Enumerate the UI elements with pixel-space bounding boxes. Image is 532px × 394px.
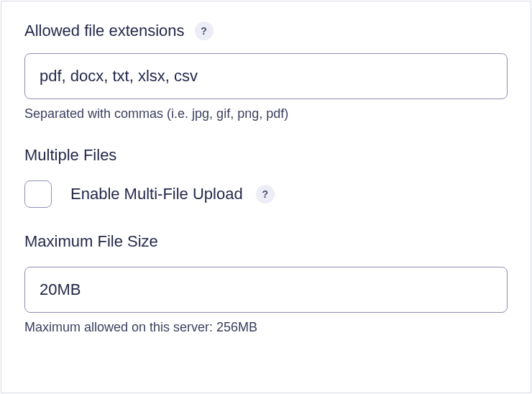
allowed-extensions-hint: Separated with commas (i.e. jpg, gif, pn… xyxy=(24,106,508,122)
max-file-size-group: Maximum File Size Maximum allowed on thi… xyxy=(24,232,508,335)
multi-file-checkbox-row: Enable Multi-File Upload ? xyxy=(24,180,508,208)
allowed-extensions-label-row: Allowed file extensions ? xyxy=(24,22,508,40)
file-upload-settings-panel: Allowed file extensions ? Separated with… xyxy=(1,1,531,393)
help-icon[interactable]: ? xyxy=(256,185,275,203)
help-icon[interactable]: ? xyxy=(195,22,214,40)
max-file-size-heading: Maximum File Size xyxy=(24,232,508,251)
enable-multi-file-label: Enable Multi-File Upload xyxy=(70,185,243,203)
multiple-files-heading: Multiple Files xyxy=(24,146,508,165)
allowed-extensions-group: Allowed file extensions ? Separated with… xyxy=(24,22,508,122)
max-file-size-input[interactable] xyxy=(24,267,508,313)
enable-multi-file-checkbox[interactable] xyxy=(24,180,52,208)
allowed-extensions-label: Allowed file extensions xyxy=(24,22,185,40)
allowed-extensions-input[interactable] xyxy=(24,53,508,99)
max-file-size-hint: Maximum allowed on this server: 256MB xyxy=(24,320,508,335)
